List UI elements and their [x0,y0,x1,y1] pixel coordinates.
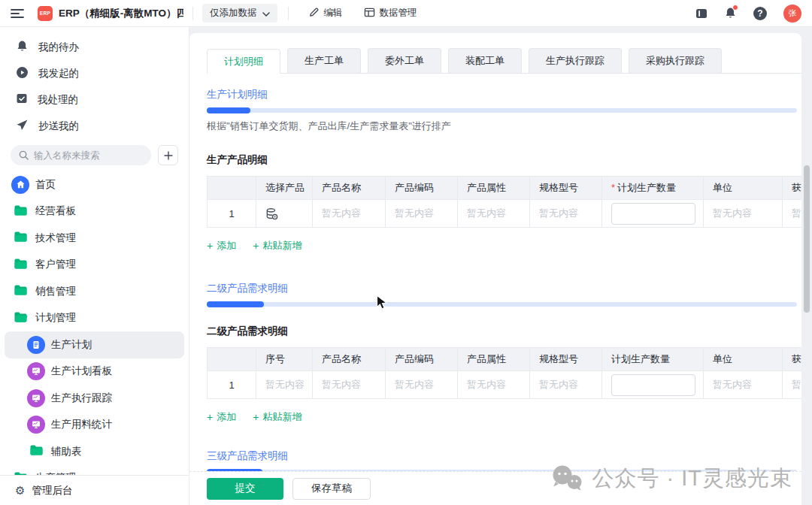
section-title-level3-demand[interactable]: 三级产品需求明细 [207,449,288,463]
main-area: 计划明细 生产工单 委外工单 装配工单 生产执行跟踪 采购执行跟踪 生产计划明细… [189,27,812,505]
sidebar-item-label: 技术管理 [35,231,76,245]
sidebar-item-label: 辅助表 [51,445,82,458]
sidebar-item-label: 生产用料统计 [51,418,112,431]
add-row-button[interactable]: +添加 [207,410,236,424]
table-header-row: 序号 产品名称 产品编码 产品属性 规格型号 计划生产数量 单位 获取 [208,348,802,371]
search-icon [19,150,29,162]
tab-production-order[interactable]: 生产工单 [287,48,361,73]
section-title-level2-demand[interactable]: 二级产品需求明细 [207,282,288,295]
planned-qty-input[interactable] [611,203,695,225]
cell-fetch: 暂无内容 [783,371,802,399]
search-input[interactable] [11,145,151,165]
paste-add-button[interactable]: +粘贴新增 [253,410,301,424]
sidebar-item-business-board[interactable]: 经营看板 [5,198,184,225]
plus-icon: + [207,240,213,251]
sidebar-item-my-processed[interactable]: 我处理的 [0,86,189,113]
admin-console-button[interactable]: ⚙ 管理后台 [0,475,189,505]
table-header-row: 选择产品 产品名称 产品编码 产品属性 规格型号 *计划生产数量 单位 获取 [208,177,802,200]
sidebar-item-plan-manage[interactable]: 计划管理 [5,305,184,332]
col-unit: 单位 [704,348,783,371]
home-icon [11,176,29,194]
planned-qty-input[interactable] [611,374,695,396]
sidebar-item-label: 经营看板 [35,204,76,218]
cell-product-name: 暂无内容 [313,200,386,228]
save-draft-button[interactable]: 保存草稿 [292,478,371,500]
add-row-button[interactable]: +添加 [207,239,236,252]
sidebar-item-label: 我的待办 [38,41,79,54]
paste-add-button[interactable]: +粘贴新增 [253,239,301,252]
col-spec-model: 规格型号 [530,348,602,371]
table-actions: +添加 +粘贴新增 [207,239,801,252]
table-row: 1 暂无内容 暂无内容 暂无内容 暂无内容 暂无内容 暂无内容 [208,200,802,228]
sidebar-item-my-initiated[interactable]: 我发起的 [0,60,189,86]
sidebar-item-label: 生产执行跟踪 [51,392,112,405]
required-mark: * [611,182,615,193]
cell-unit: 暂无内容 [704,371,783,399]
row-number: 1 [208,200,256,228]
sidebar-item-material-stats[interactable]: 生产用料统计 [5,412,184,439]
sidebar-item-production-plan-board[interactable]: 生产计划看板 [5,358,184,386]
sidebar-item-production-plan[interactable]: 生产计划 [5,331,184,358]
sidebar-item-customer-manage[interactable]: 客户管理 [5,252,184,279]
tab-production-exec-track[interactable]: 生产执行跟踪 [529,48,622,73]
progress-fill [207,301,264,307]
form-card: 计划明细 生产工单 委外工单 装配工单 生产执行跟踪 采购执行跟踪 生产计划明细… [189,33,801,505]
folder-icon [14,204,28,219]
send-icon [16,119,29,134]
section-title-production-plan-detail[interactable]: 生产计划明细 [207,88,268,101]
help-icon[interactable]: ? [753,7,767,20]
sidebar-item-production-manage[interactable]: 生产管理 [5,465,184,476]
vertical-scrollbar[interactable] [804,165,810,313]
sidebar-scroll: 我的待办 我发起的 我处理的 抄送我的 [0,27,189,475]
gear-icon: ⚙ [15,485,25,496]
tab-assembly-order[interactable]: 装配工单 [448,48,522,73]
cell-product-name: 暂无内容 [313,371,386,399]
sidebar-item-label: 生产计划看板 [51,364,112,378]
panel-toggle-icon[interactable] [695,8,707,19]
folder-icon [14,231,28,245]
cell-spec-model: 暂无内容 [530,371,602,399]
document-icon [27,336,45,354]
cell-product-attr: 暂无内容 [458,200,530,228]
add-data-mode-dropdown[interactable]: 仅添加数据 [202,4,277,23]
app-title: ERP（精细版-离散MTO）四... [59,7,183,20]
select-product-lookup-icon[interactable] [265,207,303,220]
submit-button[interactable]: 提交 [207,478,283,500]
sidebar-item-production-track[interactable]: 生产执行跟踪 [5,385,184,412]
row-number: 1 [208,371,256,399]
col-fetch: 获取 [783,348,802,371]
task-check-icon [16,92,28,107]
col-product-attr: 产品属性 [458,177,530,200]
col-planned-qty: *计划生产数量 [602,177,704,200]
col-fetch: 获取 [783,177,802,200]
col-unit: 单位 [704,177,783,200]
edit-button[interactable]: 编辑 [308,7,343,20]
menu-icon[interactable] [11,8,24,19]
tab-outsource-order[interactable]: 委外工单 [368,48,441,73]
sidebar-item-home[interactable]: 首页 [5,171,184,198]
folder-icon [14,284,28,298]
notification-bell-icon[interactable] [724,7,737,20]
tab-purchase-exec-track[interactable]: 采购执行跟踪 [629,48,722,73]
sidebar-item-cc-to-me[interactable]: 抄送我的 [0,113,189,139]
cell-spec-model: 暂无内容 [530,200,602,228]
col-product-code: 产品编码 [386,177,458,200]
tab-plan-detail[interactable]: 计划明细 [207,49,280,74]
data-manage-button[interactable]: 数据管理 [364,7,417,20]
bell-icon [16,40,29,55]
cell-seq: 暂无内容 [256,371,313,399]
play-circle-icon [16,66,29,81]
sidebar-item-tech-manage[interactable]: 技术管理 [5,225,184,252]
add-app-button[interactable] [158,145,178,165]
sidebar-item-my-todo[interactable]: 我的待办 [0,34,189,60]
folder-icon [14,258,28,272]
sidebar-item-label: 抄送我的 [38,119,79,133]
folder-icon [29,444,44,458]
user-avatar[interactable]: 张 [783,5,801,23]
dashboard-icon [27,362,45,380]
cell-fetch: 暂无内容 [783,200,802,228]
sidebar-item-helper-table[interactable]: 辅助表 [5,438,184,465]
sidebar-item-sales-manage[interactable]: 销售管理 [5,278,184,305]
topbar-divider [288,7,289,20]
cell-product-code: 暂无内容 [386,371,458,399]
